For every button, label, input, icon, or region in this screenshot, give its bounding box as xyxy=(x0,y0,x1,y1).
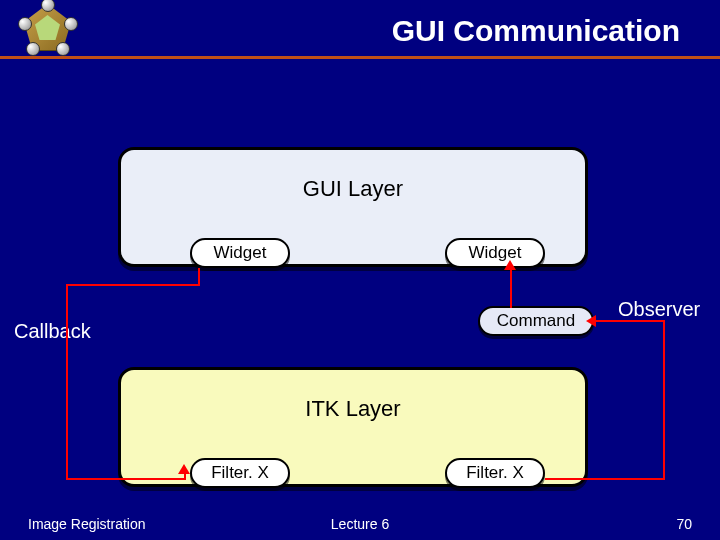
filter-right-pill: Filter. X xyxy=(445,458,545,488)
conn-cmd-v xyxy=(510,268,512,308)
footer-center: Lecture 6 xyxy=(0,516,720,532)
conn-left-v2 xyxy=(66,284,68,480)
widget-right-pill: Widget xyxy=(445,238,545,268)
conn-cmd-arrow xyxy=(504,260,516,270)
itk-layer-title: ITK Layer xyxy=(121,396,585,422)
gui-layer-title: GUI Layer xyxy=(121,176,585,202)
command-pill: Command xyxy=(478,306,594,336)
conn-right-h2 xyxy=(594,320,665,322)
observer-label: Observer xyxy=(618,298,700,321)
conn-right-arrow xyxy=(586,315,596,327)
conn-right-v1 xyxy=(663,320,665,480)
filter-left-pill: Filter. X xyxy=(190,458,290,488)
conn-left-v1 xyxy=(198,268,200,284)
conn-left-arrow xyxy=(178,464,190,474)
conn-left-h2 xyxy=(66,478,184,480)
conn-right-h1 xyxy=(545,478,665,480)
logo xyxy=(20,0,75,55)
title-rule xyxy=(0,56,720,59)
callback-label: Callback xyxy=(14,320,91,343)
footer: Image Registration Lecture 6 70 xyxy=(0,516,720,532)
conn-left-h1 xyxy=(68,284,200,286)
widget-left-pill: Widget xyxy=(190,238,290,268)
page-title: GUI Communication xyxy=(392,14,680,48)
